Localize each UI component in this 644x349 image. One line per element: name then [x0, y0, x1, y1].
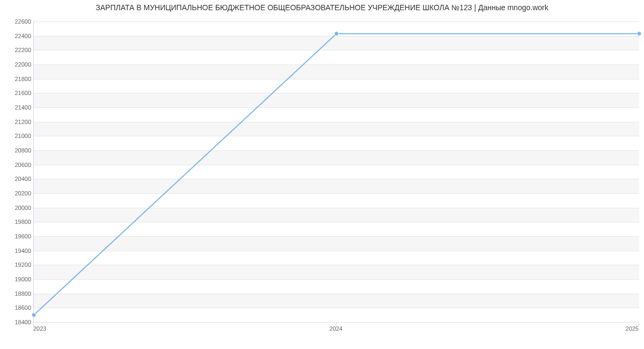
y-tick-label: 22200: [4, 47, 31, 53]
y-tick-label: 20200: [4, 190, 31, 197]
y-gridline: [34, 322, 639, 323]
y-tick-label: 21800: [4, 76, 31, 82]
y-tick-label: 20400: [4, 176, 31, 182]
y-tick-label: 19600: [4, 233, 31, 239]
plot-area: [33, 21, 639, 323]
y-tick-label: 22600: [4, 18, 31, 25]
y-tick-label: 21400: [4, 104, 31, 111]
data-point[interactable]: [32, 313, 36, 317]
y-tick-label: 19800: [4, 219, 31, 225]
data-point[interactable]: [334, 32, 339, 36]
y-tick-label: 20000: [4, 205, 31, 211]
y-tick-label: 21000: [4, 133, 31, 139]
y-tick-label: 22000: [4, 61, 31, 68]
y-tick-label: 18800: [4, 290, 31, 297]
y-tick-label: 19200: [4, 261, 31, 268]
data-points: [34, 21, 639, 322]
y-tick-label: 18600: [4, 304, 31, 311]
x-tick-label: 2023: [33, 325, 46, 332]
y-tick-label: 18400: [4, 319, 31, 325]
x-tick-mark: [336, 322, 336, 326]
x-tick-mark: [33, 322, 34, 326]
y-tick-label: 21600: [4, 90, 31, 96]
y-tick-label: 20600: [4, 162, 31, 168]
data-point[interactable]: [637, 32, 641, 36]
y-tick-label: 22400: [4, 33, 31, 39]
y-tick-label: 21200: [4, 119, 31, 125]
x-tick-label: 2025: [626, 325, 639, 332]
salary-line-chart: ЗАРПЛАТА В МУНИЦИПАЛЬНОЕ БЮДЖЕТНОЕ ОБЩЕО…: [0, 0, 644, 349]
y-tick-label: 19000: [4, 276, 31, 282]
y-tick-label: 19400: [4, 248, 31, 254]
x-tick-mark: [639, 322, 639, 326]
y-tick-label: 20800: [4, 147, 31, 154]
chart-title: ЗАРПЛАТА В МУНИЦИПАЛЬНОЕ БЮДЖЕТНОЕ ОБЩЕО…: [0, 3, 644, 12]
